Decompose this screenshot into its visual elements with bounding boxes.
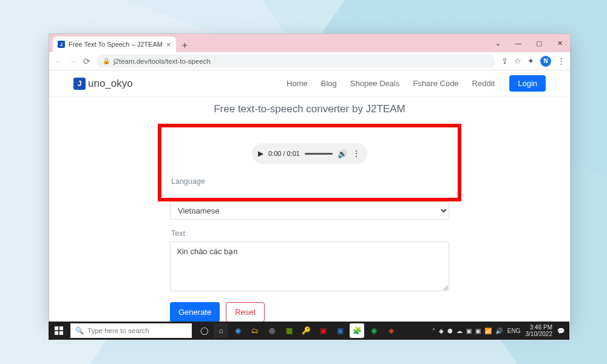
app-icon-1[interactable]: ▣ [316, 323, 330, 338]
windows-icon [55, 326, 63, 335]
logo-text: uno_okyo [88, 78, 133, 90]
edge-icon[interactable]: ◉ [231, 323, 245, 338]
nav-reddit[interactable]: Reddit [472, 79, 495, 88]
taskbar-search-placeholder: Type here to search [87, 327, 149, 334]
explorer-icon[interactable]: 🗂 [248, 323, 262, 338]
reload-icon[interactable]: ⟳ [83, 56, 90, 66]
audio-time: 0:00 / 0:01 [268, 150, 300, 157]
svg-rect-2 [55, 331, 58, 335]
forward-icon[interactable]: → [69, 56, 77, 66]
nav-shopee-deals[interactable]: Shopee Deals [350, 79, 400, 88]
generate-button[interactable]: Generate [170, 302, 220, 322]
login-button[interactable]: Login [509, 75, 546, 92]
nav-blog[interactable]: Blog [321, 79, 337, 88]
page-viewport: J uno_okyo Home Blog Shopee Deals Fshare… [49, 70, 570, 324]
app-icon-3[interactable]: ◆ [384, 323, 398, 338]
url-text: j2team.dev/tools/text-to-speech [114, 58, 211, 65]
browser-menu-icon[interactable]: ⋮ [557, 56, 565, 66]
notifications-icon[interactable]: 💬 [557, 328, 565, 334]
system-tray: ˄ ◆ ⬢ ☁ ▣ ▣ 📶 🔊 ENG 3:46 PM 3/10/2022 💬 [427, 324, 569, 337]
logo-mark-icon: J [73, 78, 86, 90]
wifi-icon[interactable]: 📶 [484, 328, 492, 334]
taskbar-search[interactable]: 🔍 Type here to search [70, 323, 192, 338]
site-header: J uno_okyo Home Blog Shopee Deals Fshare… [49, 70, 570, 97]
minimize-icon[interactable]: ― [508, 34, 529, 52]
text-input[interactable] [170, 241, 449, 291]
star-icon[interactable]: ☆ [514, 56, 521, 66]
profile-avatar[interactable]: N [540, 56, 551, 67]
play-icon[interactable]: ▶ [258, 149, 263, 158]
tab-strip: J Free Text To Speech – J2TEAM × + ⌄ ― ▢… [49, 34, 570, 52]
site-nav: Home Blog Shopee Deals Fshare Code Reddi… [287, 79, 495, 88]
clock-time: 3:46 PM [526, 324, 553, 331]
nav-fshare-code[interactable]: Fshare Code [413, 79, 458, 88]
taskbar-apps: ◯ ⌂ ◉ 🗂 ◎ ▦ 🔑 ▣ ▣ 🧩 ◉ ◆ [197, 323, 398, 338]
tab-title: Free Text To Speech – J2TEAM [69, 41, 163, 48]
search-icon: 🔍 [75, 326, 84, 335]
lock-icon: 🔒 [103, 58, 110, 64]
clock-date: 3/10/2022 [526, 331, 553, 337]
close-tab-icon[interactable]: × [166, 40, 171, 49]
input-language[interactable]: ENG [507, 328, 521, 334]
language-select[interactable]: Vietnamese [170, 201, 449, 220]
address-bar-actions: ⇪ ☆ ✦ N ⋮ [501, 56, 565, 67]
start-button[interactable] [49, 322, 69, 340]
close-window-icon[interactable]: ✕ [549, 34, 570, 52]
maximize-icon[interactable]: ▢ [529, 34, 549, 52]
omnibox[interactable]: 🔒 j2team.dev/tools/text-to-speech [97, 55, 495, 68]
cortana-icon[interactable]: ⌂ [214, 323, 228, 338]
share-icon[interactable]: ⇪ [501, 56, 508, 66]
language-label: Language [171, 177, 447, 186]
spotify-icon[interactable]: ◉ [367, 323, 381, 338]
form-buttons: Generate Reset [170, 302, 449, 322]
chrome-icon[interactable]: ◎ [265, 323, 279, 338]
page-title: Free text-to-speech converter by J2TEAM [214, 103, 405, 115]
window-more-icon[interactable]: ⌄ [487, 34, 508, 52]
audio-player[interactable]: ▶ 0:00 / 0:01 🔊 ⋮ [252, 143, 367, 164]
tray-icons: ˄ ◆ ⬢ ☁ ▣ ▣ 📶 🔊 [432, 328, 503, 334]
app-icon-2[interactable]: 🧩 [350, 323, 364, 338]
window-controls: ⌄ ― ▢ ✕ [487, 34, 570, 52]
task-view-icon[interactable]: ◯ [197, 323, 211, 338]
new-tab-button[interactable]: + [178, 39, 192, 52]
tray-icon-4[interactable]: ▣ [475, 328, 481, 334]
volume-icon[interactable]: 🔊 [337, 149, 347, 158]
excel-icon[interactable]: ▦ [282, 323, 296, 338]
tray-icon-2[interactable]: ⬢ [447, 328, 453, 334]
nav-home[interactable]: Home [287, 79, 308, 88]
svg-rect-3 [59, 331, 63, 335]
svg-rect-0 [55, 326, 58, 330]
extensions-icon[interactable]: ✦ [527, 56, 534, 66]
tray-icon-3[interactable]: ▣ [466, 328, 472, 334]
reset-button[interactable]: Reset [226, 302, 265, 322]
highlight-box: ▶ 0:00 / 0:01 🔊 ⋮ Language [158, 124, 461, 201]
zoom-icon[interactable]: ▣ [333, 323, 347, 338]
tab-active[interactable]: J Free Text To Speech – J2TEAM × [53, 36, 176, 52]
audio-seek-track[interactable] [305, 153, 333, 155]
address-bar: ← → ⟳ 🔒 j2team.dev/tools/text-to-speech … [49, 52, 570, 70]
tray-icon-1[interactable]: ◆ [439, 328, 444, 334]
chevron-up-icon[interactable]: ˄ [432, 328, 435, 334]
svg-rect-1 [59, 326, 63, 330]
site-logo[interactable]: J uno_okyo [73, 78, 133, 90]
tab-favicon-icon: J [58, 41, 65, 48]
key-icon[interactable]: 🔑 [299, 323, 313, 338]
taskbar: 🔍 Type here to search ◯ ⌂ ◉ 🗂 ◎ ▦ 🔑 ▣ ▣ … [49, 322, 569, 340]
text-label: Text [171, 229, 449, 238]
page-content: Free text-to-speech converter by J2TEAM … [49, 97, 570, 322]
volume-tray-icon[interactable]: 🔊 [495, 328, 503, 334]
onedrive-icon[interactable]: ☁ [456, 328, 463, 334]
clock[interactable]: 3:46 PM 3/10/2022 [526, 324, 553, 337]
browser-window: J Free Text To Speech – J2TEAM × + ⌄ ― ▢… [49, 33, 571, 325]
audio-menu-icon[interactable]: ⋮ [352, 149, 361, 158]
back-icon[interactable]: ← [54, 56, 63, 66]
tts-form: Vietnamese Text Generate Reset [170, 201, 449, 322]
